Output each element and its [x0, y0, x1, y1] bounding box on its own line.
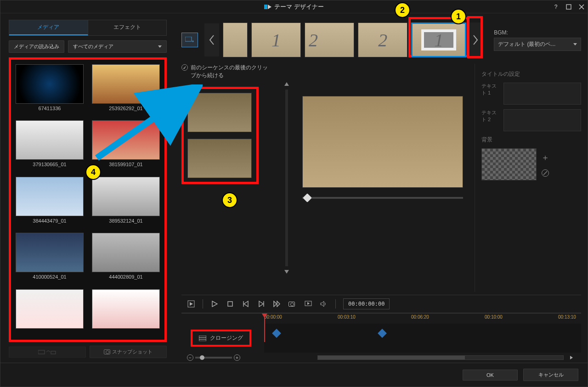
scroll-down-icon [284, 270, 289, 274]
bgm-dropdown[interactable]: デフォルト (最初のペ... [494, 38, 581, 51]
camera-icon [288, 302, 295, 307]
sequence-thumb-selected[interactable]: 1 [411, 22, 466, 57]
svg-line-10 [543, 171, 547, 175]
media-item[interactable]: 384443479_01 [16, 177, 84, 228]
scroll-up-icon [284, 82, 289, 86]
maximize-button[interactable] [565, 4, 572, 10]
media-item[interactable]: 381599107_01 [92, 120, 160, 172]
timeline-scrollbar[interactable] [317, 355, 564, 360]
zoom-out-button[interactable]: − [187, 354, 193, 361]
svg-rect-2 [566, 5, 571, 9]
svg-marker-15 [244, 301, 248, 307]
svg-marker-13 [212, 301, 217, 307]
svg-marker-22 [307, 302, 310, 305]
tv-play-button[interactable] [304, 300, 312, 308]
text2-field[interactable] [503, 109, 581, 131]
preview-screen [302, 96, 463, 188]
scroll-right-button[interactable] [567, 353, 576, 362]
separator [335, 299, 336, 308]
media-item[interactable]: 253926292_01 [92, 64, 160, 116]
slots-column: 前のシーケンスの最後のクリップから続ける 3 [181, 64, 278, 292]
svg-marker-27 [570, 356, 573, 359]
media-panel: メディア エフェクト メディアの読み込み すべてのメディア 67411336 2… [0, 13, 175, 363]
media-item[interactable]: 379130665_01 [16, 120, 84, 172]
sequence-thumb[interactable] [223, 22, 248, 57]
media-grid-region: 67411336 253926292_01 379130665_01 38159… [9, 57, 167, 342]
media-filter-label: すべてのメディア [73, 43, 113, 50]
timeline-footer: − + [181, 353, 581, 363]
playhead[interactable] [264, 314, 265, 342]
continue-checkbox-row[interactable]: 前のシーケンスの最後のクリップから続ける [181, 64, 269, 79]
close-button[interactable] [578, 4, 585, 10]
prev-frame-button[interactable] [242, 300, 250, 308]
titlebar: テーマ デザイナー ? [0, 0, 588, 13]
slot[interactable] [187, 93, 252, 132]
timecode[interactable]: 00:00:00:00 [343, 298, 390, 309]
zoom-in-button[interactable]: + [234, 354, 240, 361]
cancel-button[interactable]: キャンセル [523, 369, 578, 381]
snapshot-button[interactable] [288, 300, 297, 308]
timeline-track-label[interactable]: クロージング [191, 330, 251, 347]
highlight-box [467, 16, 483, 58]
background-label: 背景 [481, 136, 581, 144]
ok-button[interactable]: OK [463, 370, 518, 381]
next-frame-button[interactable] [257, 300, 266, 308]
svg-rect-6 [51, 351, 56, 354]
media-filter-dropdown[interactable]: すべてのメディア [68, 40, 167, 53]
playback-mode-button[interactable] [187, 300, 195, 308]
timeline: 00:00:00 00:03:10 00:06:20 00:10:00 00:1… [181, 313, 581, 353]
svg-marker-17 [259, 301, 263, 307]
play-button[interactable] [210, 300, 219, 308]
add-background-button[interactable]: ＋ [541, 152, 549, 163]
add-sequence-button[interactable] [181, 33, 198, 47]
continue-label: 前のシーケンスの最後のクリップから続ける [191, 64, 269, 79]
volume-button[interactable] [320, 300, 328, 308]
slots-scrollbar[interactable] [283, 64, 291, 292]
sequence-thumb[interactable]: 2 [305, 22, 355, 57]
preview-slider[interactable] [302, 197, 463, 199]
fast-forward-button[interactable] [273, 300, 281, 308]
media-item[interactable]: 67411336 [16, 64, 84, 116]
keyframe[interactable] [272, 329, 281, 338]
chevron-down-icon [573, 43, 577, 45]
media-item[interactable]: 410000524_01 [16, 233, 84, 284]
timeline-ruler[interactable]: 00:00:00 00:03:10 00:06:20 00:10:00 00:1… [264, 314, 581, 324]
tab-effects[interactable]: エフェクト [88, 20, 167, 35]
background-thumb[interactable] [481, 148, 537, 180]
remove-background-button[interactable] [542, 169, 549, 177]
checkmark-icon [181, 64, 188, 71]
text1-field[interactable] [503, 83, 581, 105]
media-item[interactable]: 444002809_01 [92, 233, 160, 284]
media-item[interactable] [92, 289, 160, 335]
svg-marker-19 [274, 301, 277, 307]
keyframe[interactable] [378, 329, 387, 338]
footer: OK キャンセル [0, 363, 588, 387]
import-media-button[interactable]: メディアの読み込み [9, 40, 64, 53]
help-button[interactable]: ? [553, 4, 559, 10]
window-title: テーマ デザイナー [274, 3, 324, 11]
callout-4: 4 [85, 164, 101, 180]
title-settings-panel: タイトルの設定 テキスト 1 テキスト 2 背景 ＋ [475, 64, 581, 292]
sequence-thumb[interactable]: 2 [358, 22, 407, 57]
bgm-label: BGM: [494, 29, 581, 36]
timeline-zoom[interactable]: − + [187, 354, 240, 361]
callout-1: 1 [451, 9, 466, 24]
add-to-timeline-button[interactable] [9, 347, 86, 358]
theme-designer-window: テーマ デザイナー ? メディア エフェクト メディアの読み込み すべてのメディ… [0, 0, 588, 387]
svg-marker-23 [321, 301, 324, 307]
stop-button[interactable] [226, 300, 234, 308]
snapshot-button[interactable]: スナップショット [90, 346, 167, 358]
slot[interactable] [187, 139, 252, 178]
svg-rect-24 [199, 336, 206, 341]
slider-handle[interactable] [303, 193, 312, 202]
tab-media[interactable]: メディア [9, 20, 88, 35]
timeline-track[interactable] [264, 324, 581, 353]
sequence-strip: 1 2 2 1 BGM: [181, 20, 581, 64]
media-item[interactable]: 389532124_01 [92, 177, 160, 228]
strip-prev-button[interactable] [204, 23, 219, 56]
right-panel: 1 2 2 1 BGM: [175, 13, 588, 363]
svg-marker-20 [277, 301, 280, 307]
sequence-thumb[interactable]: 1 [251, 22, 301, 57]
media-item[interactable] [16, 289, 84, 335]
separator [203, 299, 203, 308]
